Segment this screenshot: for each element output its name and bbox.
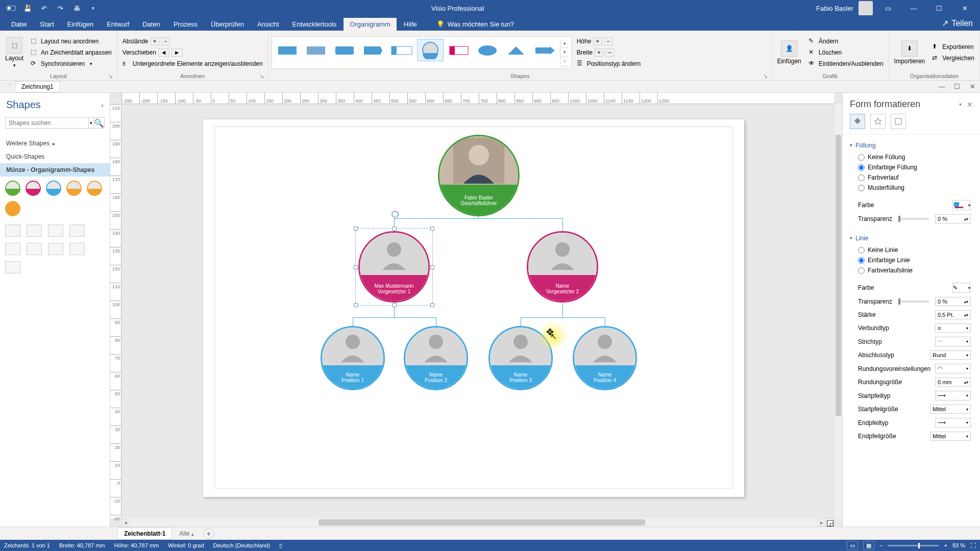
node-mgr1[interactable]: Max Mustermann Vorgesetzter 1: [358, 231, 430, 303]
style-8[interactable]: [474, 39, 501, 61]
search-dropdown-icon[interactable]: ▾: [89, 117, 94, 129]
helper-4[interactable]: [69, 224, 85, 237]
view-normal-icon[interactable]: ▦: [863, 541, 874, 550]
style-1[interactable]: [274, 39, 301, 61]
fill-pattern-option[interactable]: Musterfüllung: [850, 183, 973, 193]
format-dropdown-icon[interactable]: ▾: [959, 102, 962, 107]
undo-icon[interactable]: ↶: [38, 2, 50, 14]
collapse-pane-icon[interactable]: ‹: [101, 101, 104, 109]
width-plus[interactable]: +: [595, 48, 603, 57]
fill-color-picker[interactable]: 🪣▾: [952, 200, 971, 210]
save-icon[interactable]: 💾: [21, 2, 34, 14]
helper-1[interactable]: [5, 224, 20, 237]
doc-maximize-icon[interactable]: ☐: [949, 83, 965, 90]
status-language[interactable]: Deutsch (Deutschland): [213, 542, 271, 548]
tab-hilfe[interactable]: Hilfe: [398, 18, 423, 31]
shape-coin-pink[interactable]: [26, 181, 41, 196]
dialog-launcher-icon[interactable]: ↘: [762, 73, 768, 79]
connector[interactable]: [562, 303, 563, 317]
zoom-in-icon[interactable]: +: [944, 542, 947, 548]
width-minus[interactable]: −: [605, 48, 614, 57]
connector[interactable]: [394, 303, 395, 317]
tab-start[interactable]: Start: [34, 18, 60, 31]
style-9[interactable]: [503, 39, 529, 61]
roundsize-input[interactable]: 0 mm▴▾: [935, 378, 971, 387]
position-type-button[interactable]: ☰Positionstyp ändern: [575, 59, 643, 69]
connector[interactable]: [562, 218, 563, 231]
shape-coin-green[interactable]: [5, 181, 20, 196]
helper-5[interactable]: [5, 243, 20, 255]
tab-datei[interactable]: Datei: [5, 18, 33, 31]
change-picture-button[interactable]: ✎Ändern: [806, 36, 886, 46]
shapes-search-input[interactable]: [5, 117, 89, 129]
vertical-scrollbar[interactable]: [834, 104, 842, 518]
hscroll-left-icon[interactable]: ◄: [121, 519, 130, 526]
endarr-picker[interactable]: ⟶▾: [935, 418, 971, 428]
style-5[interactable]: [388, 39, 415, 61]
vscroll-thumb[interactable]: [836, 135, 841, 416]
height-minus[interactable]: −: [604, 37, 612, 45]
insert-picture-button[interactable]: 👤 Einfügen: [775, 39, 803, 66]
hscroll-thumb[interactable]: [318, 519, 645, 525]
minimize-icon[interactable]: —: [903, 0, 924, 16]
helper-9[interactable]: [5, 261, 20, 273]
begarr-picker[interactable]: ⟶▾: [935, 391, 971, 400]
line-gradient-option[interactable]: Farbverlaufslinie: [850, 265, 973, 276]
more-shapes-link[interactable]: Weitere Shapes▸: [0, 137, 110, 150]
style-7[interactable]: [446, 39, 472, 61]
close-pane-icon[interactable]: ✕: [967, 101, 973, 109]
fit-window-icon[interactable]: ⛶: [970, 542, 976, 548]
tab-daten[interactable]: Daten: [136, 18, 166, 31]
toggle-subs-button[interactable]: ±Untergeordnete Elemente anzeigen/ausble…: [120, 59, 265, 69]
dialog-launcher-icon[interactable]: ↘: [108, 73, 114, 79]
hscroll-right-icon[interactable]: ►: [818, 519, 826, 526]
tell-me-search[interactable]: 💡 Was möchten Sie tun?: [431, 18, 519, 31]
zoom-level[interactable]: 93 %: [952, 542, 965, 548]
line-solid-option[interactable]: Einfarbige Linie: [850, 255, 973, 265]
tab-ueberpruefen[interactable]: Überprüfen: [205, 18, 250, 31]
style-3[interactable]: [331, 39, 358, 61]
zoom-out-icon[interactable]: −: [879, 542, 883, 548]
helper-6[interactable]: [27, 243, 42, 255]
gallery-more[interactable]: ▴▾▿: [560, 39, 569, 66]
user-name[interactable]: Fabio Basler: [816, 5, 853, 12]
cap-select[interactable]: Rund▾: [930, 350, 971, 360]
document-tab[interactable]: Zeichnung1: [15, 81, 60, 92]
round-picker[interactable]: ◠▾: [935, 364, 971, 373]
move-left[interactable]: ◄: [158, 48, 169, 57]
line-none-option[interactable]: Keine Linie: [850, 245, 973, 255]
sync-button[interactable]: ⟳Synchronisieren▾: [29, 59, 114, 69]
spacing-plus[interactable]: +: [151, 37, 159, 45]
width-input[interactable]: 0,5 Pt.▴▾: [935, 310, 971, 319]
line-transparency-input[interactable]: 0 %▴▾: [935, 297, 971, 306]
compare-button[interactable]: ⇄Vergleichen: [930, 53, 976, 63]
format-tab-size[interactable]: [891, 114, 906, 129]
maximize-icon[interactable]: ☐: [929, 0, 949, 16]
endsize-select[interactable]: Mittel▾: [930, 432, 971, 441]
share-button[interactable]: ↗ Teilen: [935, 16, 980, 31]
format-tab-effects[interactable]: [870, 114, 886, 129]
tab-organigramm[interactable]: Organigramm: [344, 18, 396, 31]
page-tab-all[interactable]: Alle ▴: [174, 528, 199, 539]
import-button[interactable]: ⬇ Importieren: [892, 39, 927, 66]
drawing-canvas[interactable]: Fabio Basler Geschäftsführer Max Musterm…: [121, 104, 834, 518]
fit-page-button[interactable]: ⬚An Zeichenblatt anpassen: [29, 47, 114, 58]
avatar[interactable]: [859, 1, 873, 15]
rotation-handle[interactable]: [391, 210, 399, 218]
move-right[interactable]: ►: [172, 48, 183, 57]
layout-button[interactable]: ⬚ Layout ▾: [3, 36, 26, 69]
relayout-button[interactable]: ⬚Layout neu anordnen: [29, 36, 114, 46]
fill-section-title[interactable]: Füllung: [850, 139, 973, 152]
close-window-icon[interactable]: ✕: [954, 0, 975, 16]
node-emp2[interactable]: NamePosition 2: [404, 326, 468, 390]
view-presentation-icon[interactable]: ▭: [847, 541, 858, 550]
search-go-icon[interactable]: 🔍: [94, 117, 105, 129]
delete-picture-button[interactable]: ✕Löschen: [806, 47, 886, 58]
nav-corner-icon[interactable]: ◲: [826, 518, 834, 527]
gallery-down-icon[interactable]: ▾: [560, 48, 569, 57]
height-plus[interactable]: +: [593, 37, 602, 45]
helper-2[interactable]: [27, 224, 42, 237]
line-transparency-slider[interactable]: [898, 300, 929, 303]
node-emp4[interactable]: NamePosition 4: [573, 326, 637, 390]
shape-coin-solid[interactable]: [5, 201, 20, 216]
